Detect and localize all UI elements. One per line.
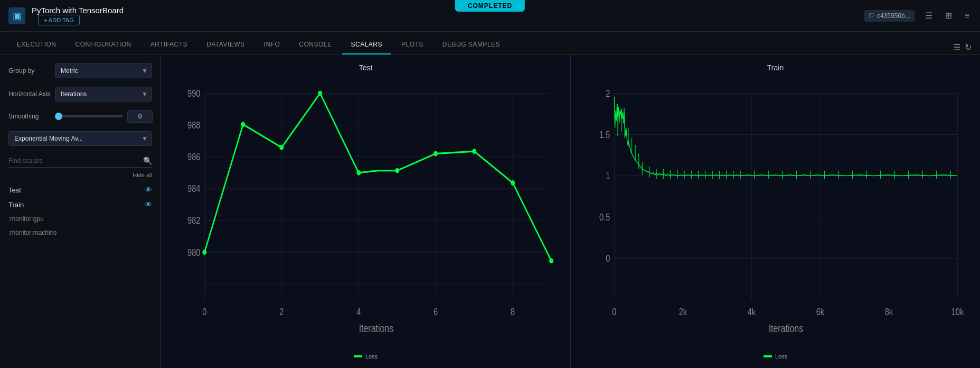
horizontal-axis-select-wrapper: Iterations Time Epoch ▼ — [55, 87, 152, 102]
train-chart-svg: 2 1.5 1 0.5 0 0 2k 4k 6k 8k 10k Iteratio… — [579, 76, 972, 351]
train-loss-label: Loss — [775, 353, 787, 360]
hide-all-button[interactable]: Hide all — [8, 172, 152, 178]
tab-scalars[interactable]: SCALARS — [342, 35, 391, 54]
comment-button[interactable]: ☰ — [923, 8, 935, 23]
smoothing-label: Smoothing — [8, 113, 51, 120]
tab-configuration[interactable]: CONFIGURATION — [67, 35, 140, 54]
svg-text:8: 8 — [511, 306, 515, 317]
expand-button[interactable]: ⊞ — [943, 8, 954, 23]
horizontal-axis-select[interactable]: Iterations Time Epoch — [55, 87, 152, 102]
test-chart-panel: Test — [161, 55, 571, 368]
svg-text:0: 0 — [612, 306, 616, 317]
train-chart-title: Train — [579, 63, 972, 72]
scalar-item-train[interactable]: Train 👁 — [8, 197, 152, 212]
scalar-train-visibility-icon[interactable]: 👁 — [145, 200, 152, 209]
id-label: ID — [869, 13, 874, 19]
tab-artifacts[interactable]: ARTIFACTS — [142, 35, 196, 54]
sidebar: Group by Metric None ▼ Horizontal Axis I… — [0, 55, 161, 368]
train-chart-panel: Train — [571, 55, 980, 368]
find-scalars-input[interactable] — [8, 157, 143, 164]
exp-moving-select-wrapper: Exponential Moving Av... None ▼ — [8, 131, 152, 146]
svg-point-25 — [241, 122, 245, 127]
tab-dataviews[interactable]: DATAVIEWS — [198, 35, 253, 54]
svg-point-31 — [472, 149, 476, 154]
svg-text:6: 6 — [434, 306, 438, 317]
app-logo: ▣ — [8, 7, 25, 24]
logo-icon: ▣ — [13, 10, 22, 22]
nav-right-actions: ☰ ↻ — [953, 42, 972, 54]
svg-text:0.5: 0.5 — [599, 212, 610, 223]
svg-text:0: 0 — [606, 253, 610, 264]
svg-text:2: 2 — [606, 88, 610, 99]
svg-point-27 — [318, 91, 322, 96]
scalar-test-visibility-icon[interactable]: 👁 — [145, 186, 152, 194]
search-icon[interactable]: 🔍 — [143, 157, 152, 165]
task-id: ID c435956b... — [864, 10, 915, 22]
scalar-monitor-machine-label: :monitor:machine — [8, 229, 57, 236]
scalar-item-monitor-gpu[interactable]: :monitor:gpu — [8, 212, 152, 226]
test-loss-label: Loss — [365, 353, 378, 360]
svg-point-26 — [279, 145, 284, 150]
svg-text:986: 986 — [187, 152, 200, 162]
header-actions: ID c435956b... ☰ ⊞ ≡ — [864, 8, 972, 23]
svg-text:8k: 8k — [885, 306, 893, 317]
svg-point-30 — [434, 151, 438, 157]
scalar-train-label: Train — [8, 201, 24, 209]
add-tag-button[interactable]: + ADD TAG — [38, 15, 80, 25]
svg-text:6k: 6k — [816, 306, 825, 317]
refresh-button[interactable]: ↻ — [965, 42, 972, 52]
smoothing-slider[interactable] — [55, 115, 123, 117]
tab-plots[interactable]: PLOTS — [393, 35, 432, 54]
scalar-monitor-gpu-label: :monitor:gpu — [8, 215, 44, 223]
exp-moving-row: Exponential Moving Av... None ▼ — [8, 131, 152, 146]
group-by-label: Group by — [8, 67, 51, 75]
svg-text:Iterations: Iterations — [769, 323, 804, 335]
test-chart-title: Test — [169, 63, 562, 72]
charts-area: Test — [161, 55, 980, 368]
test-chart-svg: 990 988 986 984 982 980 0 2 4 6 8 Iterat… — [169, 76, 562, 351]
svg-text:2: 2 — [279, 306, 284, 317]
svg-point-29 — [395, 168, 399, 173]
group-by-select[interactable]: Metric None — [55, 63, 152, 78]
smoothing-value-input[interactable]: 0 — [127, 110, 153, 123]
svg-text:990: 990 — [187, 88, 200, 99]
test-chart-container: 990 988 986 984 982 980 0 2 4 6 8 Iterat… — [169, 76, 562, 351]
svg-text:984: 984 — [187, 183, 200, 194]
exp-moving-select[interactable]: Exponential Moving Av... None — [8, 131, 152, 146]
scalar-item-test[interactable]: Test 👁 — [8, 182, 152, 197]
completed-badge: COMPLETED — [455, 0, 525, 12]
menu-button[interactable]: ≡ — [963, 9, 972, 23]
smoothing-row: Smoothing 0 — [8, 110, 152, 123]
train-loss-color — [764, 355, 772, 357]
tab-console[interactable]: CONSOLE — [290, 35, 340, 54]
tab-execution[interactable]: EXECUTION — [8, 35, 65, 54]
find-scalars-row: 🔍 — [8, 157, 152, 168]
scalar-item-monitor-machine[interactable]: :monitor:machine — [8, 226, 152, 240]
tab-info[interactable]: INFO — [256, 35, 289, 54]
test-loss-color — [354, 355, 362, 357]
svg-point-33 — [549, 259, 553, 264]
svg-text:980: 980 — [187, 247, 200, 257]
svg-text:1.5: 1.5 — [599, 130, 610, 140]
svg-text:2k: 2k — [679, 306, 687, 317]
group-by-select-wrapper: Metric None ▼ — [55, 63, 152, 78]
svg-text:Iterations: Iterations — [359, 323, 394, 335]
svg-point-32 — [511, 180, 515, 186]
scalar-test-label: Test — [8, 186, 21, 194]
charts-row: Test — [161, 55, 980, 368]
svg-point-24 — [202, 250, 206, 255]
id-value: c435956b... — [877, 12, 910, 20]
app-title: PyTorch with TensorBoard — [32, 6, 124, 15]
list-view-button[interactable]: ☰ — [953, 42, 960, 52]
tab-debug-samples[interactable]: DEBUG SAMPLES — [434, 35, 508, 54]
svg-text:988: 988 — [187, 120, 200, 131]
train-chart-legend: Loss — [579, 353, 972, 360]
svg-text:0: 0 — [202, 306, 206, 317]
svg-text:4: 4 — [356, 306, 361, 317]
test-chart-legend: Loss — [169, 353, 562, 360]
svg-text:10k: 10k — [951, 306, 964, 317]
group-by-row: Group by Metric None ▼ — [8, 63, 152, 78]
horizontal-axis-label: Horizontal Axis — [8, 90, 51, 98]
horizontal-axis-row: Horizontal Axis Iterations Time Epoch ▼ — [8, 87, 152, 102]
train-signal — [614, 97, 957, 179]
